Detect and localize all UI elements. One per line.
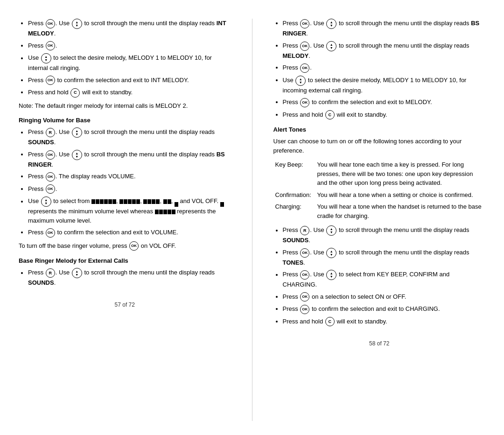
nav-button-icon: ▲▼: [326, 41, 336, 51]
intro-bullets-left: Press OK. Use ▲▼ to scroll through the m…: [19, 19, 231, 98]
list-item: Press OK. Use ▲▼ to scroll through the m…: [283, 19, 486, 38]
ok-button-icon: OK: [46, 184, 55, 194]
nav-button-icon: ▲▼: [72, 268, 82, 278]
page-number-left: 57 of 72: [19, 302, 231, 308]
list-item: Use ▲▼ to select the desire melody, MELO…: [28, 53, 231, 73]
nav-button-icon: ▲▼: [326, 270, 336, 280]
nav-button-icon: ▲▼: [41, 196, 51, 207]
list-item: Press and hold C will exit to standby.: [283, 110, 486, 120]
vol-bars-2: [163, 199, 171, 204]
alert-tones-bullets: Press R. Use ▲▼ to scroll through the me…: [273, 225, 486, 326]
alert-tones-table: Key Beep: You will hear tone each time a…: [273, 159, 486, 222]
note-vol-off: To turn off the base ringer volume, pres…: [19, 241, 231, 251]
nav-button-icon: ▲▼: [326, 248, 336, 258]
list-item: Press OK. Use ▲▼ to select from KEY BEEP…: [283, 270, 486, 289]
c-button-icon: C: [70, 88, 80, 98]
ok-button-icon: OK: [46, 41, 55, 50]
ok-button-icon: OK: [300, 270, 309, 280]
confirmation-desc: You will hear a tone when a setting or c…: [315, 189, 486, 201]
r-button-icon: R: [46, 268, 55, 278]
vol-bars-3: [143, 199, 160, 204]
list-item: Press R. Use ▲▼ to scroll through the me…: [28, 127, 231, 147]
list-item: Press OK. Use ▲▼ to scroll through the m…: [283, 41, 486, 61]
nav-button-icon: ▲▼: [295, 76, 306, 86]
charging-label: Charging:: [273, 201, 315, 222]
page-container: Press OK. Use ▲▼ to scroll through the m…: [0, 0, 504, 435]
list-item: Press OK. Use ▲▼ to scroll through the m…: [28, 150, 231, 169]
ok-button-icon: OK: [300, 248, 309, 258]
vol-bar-1: [175, 202, 178, 207]
key-beep-label: Key Beep:: [273, 159, 315, 189]
nav-button-icon: ▲▼: [72, 127, 82, 138]
page-number-right: 58 of 72: [273, 340, 486, 347]
section-alert-tones: Alert Tones: [273, 126, 486, 133]
table-row: Confirmation: You will hear a tone when …: [273, 189, 486, 201]
ok-button-icon: OK: [300, 98, 309, 107]
nav-button-icon: ▲▼: [72, 19, 82, 29]
vol-bars-max2: [155, 210, 175, 214]
key-beep-desc: You will hear tone each time a key is pr…: [315, 159, 486, 189]
nav-button-icon: ▲▼: [326, 19, 336, 29]
ringing-volume-bullets: Press R. Use ▲▼ to scroll through the me…: [19, 127, 231, 238]
ok-button-icon: OK: [46, 150, 55, 160]
list-item: Press R. Use ▲▼ to scroll through the me…: [283, 225, 486, 245]
table-row: Key Beep: You will hear tone each time a…: [273, 159, 486, 189]
nav-button-icon: ▲▼: [326, 225, 336, 236]
section-ringing-volume: Ringing Volume for Base: [19, 117, 231, 124]
ok-button-icon: OK: [300, 305, 309, 314]
alert-tones-intro: User can choose to turn on or off the fo…: [273, 137, 486, 155]
list-item: Press OK on a selection to select ON or …: [283, 292, 486, 302]
nav-button-icon: ▲▼: [72, 150, 82, 160]
note-int-melody: Note: The default ringer melody for inte…: [19, 101, 231, 111]
charging-desc: You will hear a tone when the handset is…: [315, 201, 486, 222]
vol-bars-max: [91, 199, 116, 204]
list-item: Press and hold C will exit to standby.: [28, 88, 231, 98]
list-item: Press OK to confirm the selection and ex…: [283, 304, 486, 314]
list-item: Press and hold C will exit to standby.: [283, 317, 486, 327]
ok-button-icon: OK: [300, 42, 309, 51]
list-item: Press OK.: [28, 41, 231, 51]
list-item: Press OK. Use ▲▼ to scroll through the m…: [28, 19, 231, 38]
base-ringer-melody-bullets: Press R. Use ▲▼ to scroll through the me…: [19, 268, 231, 288]
ok-button-icon: OK: [300, 63, 309, 73]
list-item: Press OK. Use ▲▼ to scroll through the m…: [283, 248, 486, 267]
vol-bars-4: [119, 199, 140, 204]
list-item: Press OK.: [283, 63, 486, 73]
ok-button-icon: OK: [46, 19, 55, 28]
left-column: Press OK. Use ▲▼ to scroll through the m…: [14, 19, 236, 421]
list-item: Press OK to confirm the selection and ex…: [28, 76, 231, 85]
ok-button-icon: OK: [129, 241, 139, 251]
ok-button-icon: OK: [300, 19, 309, 28]
ok-button-icon: OK: [46, 172, 55, 182]
ext-ringer-bullets: Press OK. Use ▲▼ to scroll through the m…: [273, 19, 486, 119]
ok-button-icon: OK: [46, 228, 55, 238]
c-button-icon: C: [325, 110, 335, 119]
table-row: Charging: You will hear a tone when the …: [273, 201, 486, 222]
r-button-icon: R: [46, 128, 55, 137]
list-item: Press OK. The display reads VOLUME.: [28, 172, 231, 182]
right-column: Press OK. Use ▲▼ to scroll through the m…: [269, 19, 490, 421]
list-item: Press R. Use ▲▼ to scroll through the me…: [28, 268, 231, 288]
section-base-ringer-melody: Base Ringer Melody for External Calls: [19, 257, 231, 264]
nav-button-icon: ▲▼: [41, 53, 51, 63]
r-button-icon: R: [300, 226, 309, 235]
list-item: Use ▲▼ to select from , ,: [28, 196, 231, 225]
list-item: Press OK to confirm the selection and ex…: [28, 228, 231, 238]
vol-min-indicator: [220, 202, 224, 207]
confirmation-label: Confirmation:: [273, 189, 315, 201]
ok-button-icon: OK: [300, 292, 309, 302]
column-divider: [252, 19, 252, 421]
list-item: Press OK.: [28, 184, 231, 194]
list-item: Use ▲▼ to select the desire melody, MELO…: [283, 76, 486, 95]
c-button-icon: C: [325, 317, 335, 326]
ok-button-icon: OK: [46, 76, 55, 85]
list-item: Press OK to confirm the selection and ex…: [283, 98, 486, 107]
